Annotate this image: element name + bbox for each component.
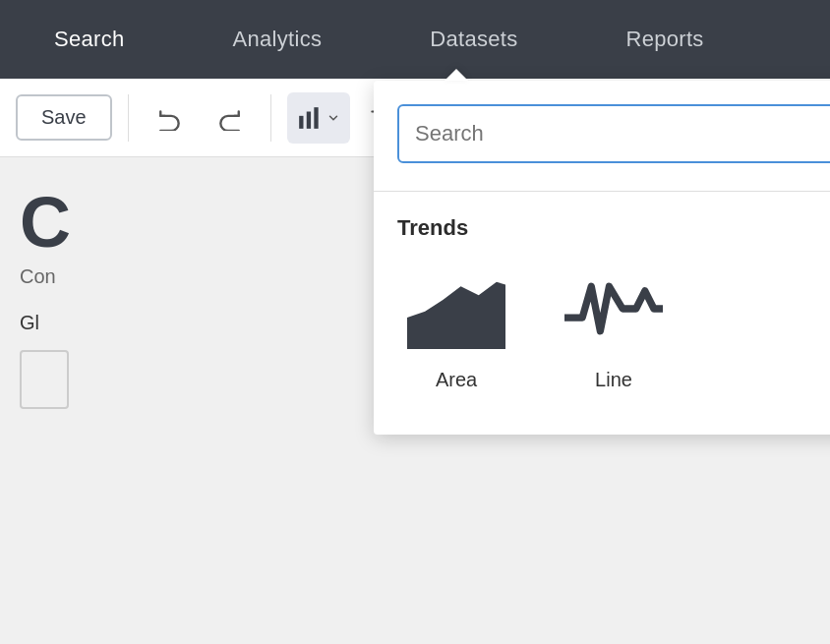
top-nav: Search Analytics Datasets Reports <box>0 0 830 79</box>
line-chart-icon <box>564 264 663 353</box>
bar-chart-icon <box>297 105 323 131</box>
svg-rect-1 <box>306 111 310 128</box>
area-icon-container <box>407 264 505 353</box>
svg-rect-0 <box>299 115 303 128</box>
undo-icon <box>157 105 183 131</box>
toolbar-divider-2 <box>270 94 271 142</box>
svg-marker-10 <box>407 282 505 349</box>
redo-icon <box>216 105 242 131</box>
nav-datasets[interactable]: Datasets <box>376 0 571 79</box>
chart-type-area[interactable]: Area <box>397 264 515 391</box>
panel-divider <box>374 191 830 192</box>
area-chart-icon <box>407 264 505 353</box>
chart-type-dropdown: Trends Area Line <box>374 81 830 435</box>
content-box <box>20 350 69 409</box>
area-label: Area <box>436 369 477 391</box>
line-icon-container <box>564 264 663 353</box>
nav-reports[interactable]: Reports <box>571 0 757 79</box>
chart-type-line[interactable]: Line <box>555 264 673 391</box>
chevron-down-icon <box>326 111 340 125</box>
chart-search-input[interactable] <box>415 121 830 146</box>
svg-rect-2 <box>314 107 318 129</box>
nav-search[interactable]: Search <box>0 0 179 79</box>
trends-heading: Trends <box>397 215 830 241</box>
save-button[interactable]: Save <box>16 94 112 141</box>
chart-search-container <box>397 104 830 163</box>
toolbar-divider-1 <box>128 94 129 142</box>
undo-button[interactable] <box>145 92 196 144</box>
chart-types-grid: Area Line <box>397 264 830 391</box>
chart-type-button[interactable] <box>287 92 350 144</box>
redo-button[interactable] <box>204 92 255 144</box>
nav-analytics[interactable]: Analytics <box>179 0 377 79</box>
line-label: Line <box>595 369 632 391</box>
